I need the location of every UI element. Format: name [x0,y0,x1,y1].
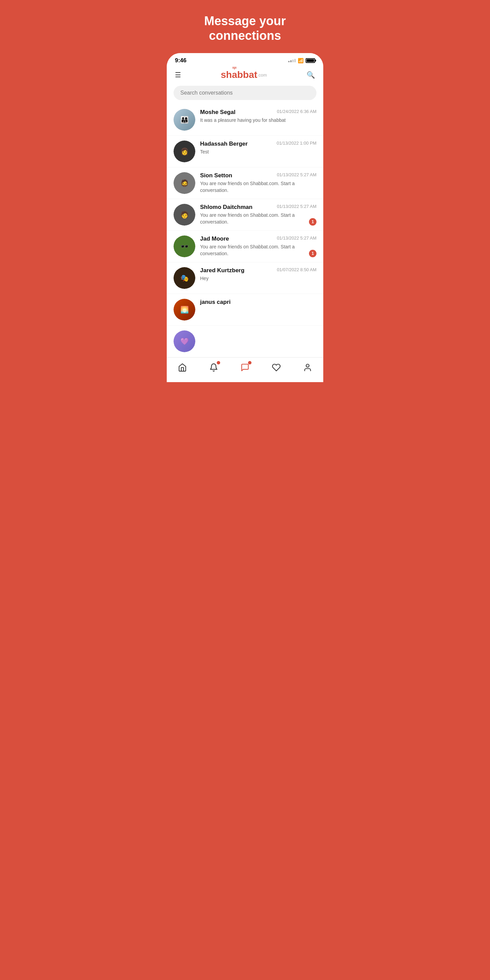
convo-content-8 [200,331,317,332]
home-icon [178,363,187,374]
avatar-6: 🎭 [173,267,195,289]
convo-message-5: You are now friends on Shabbat.com. Star… [200,243,317,257]
wifi-icon: 📶 [298,58,304,63]
convo-time-5: 01/13/2022 5:27 AM [277,235,317,240]
avatar-5: 🕶️ [173,235,195,257]
convo-message-3: You are now friends on Shabbat.com. Star… [200,180,317,194]
conversation-item-8[interactable]: 💜 [167,326,323,357]
conversation-item-1[interactable]: 👨‍👩‍👧 Moshe Segal 01/24/2022 6:36 AM It … [167,104,323,136]
search-input[interactable] [173,86,317,100]
status-bar: 9:46 📶 [167,53,323,67]
conversation-item-6[interactable]: 🎭 Jared Kurtzberg 01/07/2022 8:50 AM Hey [167,262,323,294]
convo-name-6: Jared Kurtzberg [200,267,274,274]
convo-name-3: Sion Setton [200,172,274,179]
heart-icon [272,363,281,374]
convo-message-6: Hey [200,275,317,282]
candles-icon [233,67,236,69]
notifications-badge [217,361,220,364]
logo: sh a bbat.com [221,69,267,80]
convo-name-4: Shlomo Daitchman [200,204,274,211]
search-bar-container [167,84,323,104]
svg-point-0 [306,364,309,368]
hamburger-icon[interactable]: ☰ [173,69,182,80]
convo-name-2: Hadassah Berger [200,140,274,147]
convo-message-2: Test [200,149,317,156]
nav-home[interactable] [172,362,192,375]
battery-icon [305,58,315,63]
search-icon[interactable]: 🔍 [305,69,317,80]
conversation-item-4[interactable]: 🧑 Shlomo Daitchman 01/13/2022 5:27 AM Yo… [167,199,323,231]
nav-favorites[interactable] [266,362,286,375]
hero-title: Message your connections [163,0,327,53]
nav-messages[interactable] [235,362,255,375]
avatar-8: 💜 [173,331,195,352]
convo-content-3: Sion Setton 01/13/2022 5:27 AM You are n… [200,172,317,194]
convo-name-1: Moshe Segal [200,109,274,116]
convo-content-1: Moshe Segal 01/24/2022 6:36 AM It was a … [200,109,317,124]
conversation-item-3[interactable]: 🧔 Sion Setton 01/13/2022 5:27 AM You are… [167,167,323,199]
avatar-4: 🧑 [173,204,195,226]
conversation-item-2[interactable]: 👩 Hadassah Berger 01/13/2022 1:00 PM Tes… [167,136,323,167]
convo-time-2: 01/13/2022 1:00 PM [277,140,317,146]
person-icon [303,363,312,374]
bell-icon [209,363,218,374]
convo-time-3: 01/13/2022 5:27 AM [277,172,317,177]
convo-time-1: 01/24/2022 6:36 AM [277,109,317,114]
status-icons: 📶 [288,58,315,63]
convo-name-7: janus capri [200,299,314,305]
nav-header: ☰ sh a bbat.com 🔍 [167,67,323,84]
avatar-1: 👨‍👩‍👧 [173,109,195,130]
avatar-2: 👩 [173,140,195,162]
signal-icon [288,59,296,62]
avatar-7: 🌅 [173,299,195,321]
convo-content-6: Jared Kurtzberg 01/07/2022 8:50 AM Hey [200,267,317,282]
convo-message-1: It was a pleasure having you for shabbat [200,117,317,124]
app-container: Message your connections 9:46 📶 ☰ [163,0,327,382]
messages-badge [248,361,251,364]
phone-frame: 9:46 📶 ☰ sh a [167,53,323,382]
conversation-item-5[interactable]: 🕶️ Jad Moore 01/13/2022 5:27 AM You are … [167,231,323,262]
convo-content-2: Hadassah Berger 01/13/2022 1:00 PM Test [200,140,317,156]
message-icon [240,363,250,374]
conversation-item-7[interactable]: 🌅 janus capri [167,294,323,326]
nav-notifications[interactable] [204,362,224,375]
convo-content-5: Jad Moore 01/13/2022 5:27 AM You are now… [200,235,317,257]
convo-name-5: Jad Moore [200,235,274,242]
avatar-3: 🧔 [173,172,195,194]
convo-content-4: Shlomo Daitchman 01/13/2022 5:27 AM You … [200,204,317,225]
bottom-nav [167,357,323,382]
convo-content-7: janus capri [200,299,317,307]
nav-profile[interactable] [298,362,318,375]
convo-time-6: 01/07/2022 8:50 AM [277,267,317,272]
convo-message-4: You are now friends on Shabbat.com. Star… [200,212,317,225]
status-time: 9:46 [175,57,186,64]
convo-time-4: 01/13/2022 5:27 AM [277,204,317,209]
conversations-list: 👨‍👩‍👧 Moshe Segal 01/24/2022 6:36 AM It … [167,104,323,357]
